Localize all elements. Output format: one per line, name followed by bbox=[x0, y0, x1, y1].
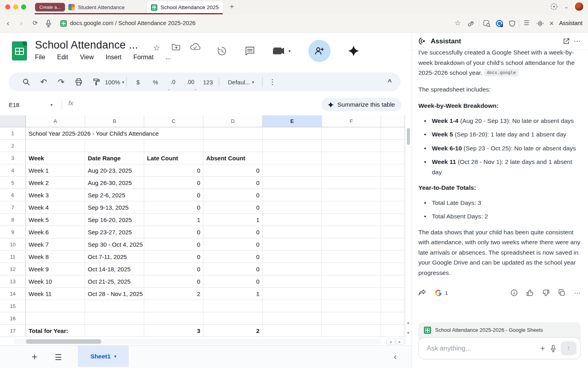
cell-B2[interactable] bbox=[85, 140, 144, 152]
cell[interactable] bbox=[381, 325, 404, 337]
screenshot-search-icon[interactable] bbox=[483, 20, 491, 27]
column-header-A[interactable]: A bbox=[26, 115, 85, 127]
increase-decimal-button[interactable]: .00→ bbox=[182, 76, 199, 88]
scrollbar-thumb[interactable] bbox=[26, 339, 101, 344]
cell-A9[interactable]: Week 6 bbox=[26, 226, 85, 238]
column-header-E[interactable]: E bbox=[263, 115, 322, 127]
cell[interactable] bbox=[381, 189, 404, 201]
bookmark-star-icon[interactable]: ☆ bbox=[455, 19, 461, 27]
cell[interactable] bbox=[322, 288, 381, 300]
row-header-17[interactable]: 17 bbox=[0, 325, 26, 337]
cell[interactable] bbox=[263, 325, 322, 337]
cell-A4[interactable]: Week 1 bbox=[26, 164, 85, 176]
cell[interactable] bbox=[263, 238, 322, 250]
cell-A8[interactable]: Week 5 bbox=[26, 214, 85, 226]
attach-icon[interactable]: + bbox=[536, 344, 550, 353]
cell[interactable] bbox=[263, 312, 322, 324]
cell-D6[interactable]: 0 bbox=[203, 189, 263, 201]
cell-A5[interactable]: Week 2 bbox=[26, 177, 85, 189]
row-header-2[interactable]: 2 bbox=[0, 140, 26, 152]
close-assistant-icon[interactable]: ✕ bbox=[549, 19, 554, 27]
scroll-up-button[interactable]: ▲ bbox=[405, 318, 411, 327]
sheet-tab-sheet1[interactable]: Sheet1▾ bbox=[78, 346, 129, 367]
row-header-4[interactable]: 4 bbox=[0, 164, 26, 176]
cell-B5[interactable]: Aug 26-30, 2025 bbox=[85, 177, 144, 189]
cell-B7[interactable]: Sep 9-13, 2025 bbox=[85, 201, 144, 213]
cell[interactable] bbox=[322, 177, 381, 189]
row-header-3[interactable]: 3 bbox=[0, 152, 26, 164]
cell-B9[interactable]: Sep 23-27, 2025 bbox=[85, 226, 144, 238]
new-tab-button[interactable]: + bbox=[230, 2, 234, 11]
all-sheets-icon[interactable]: ☰ bbox=[55, 352, 62, 362]
cell[interactable] bbox=[263, 288, 322, 300]
cell-D7[interactable]: 0 bbox=[203, 201, 263, 213]
cell-C8[interactable]: 1 bbox=[144, 214, 203, 226]
copy-link-icon[interactable] bbox=[467, 20, 474, 27]
row-header-7[interactable]: 7 bbox=[0, 201, 26, 213]
cell[interactable] bbox=[203, 127, 263, 139]
cell-C5[interactable]: 0 bbox=[144, 177, 203, 189]
add-sheet-button[interactable]: + bbox=[32, 351, 37, 362]
font-select[interactable]: Defaul...▾ bbox=[222, 76, 260, 88]
copy-icon[interactable] bbox=[558, 289, 565, 296]
cell-C9[interactable]: 0 bbox=[144, 226, 203, 238]
forward-button[interactable]: › bbox=[20, 19, 22, 27]
cell-C16[interactable] bbox=[144, 312, 203, 324]
info-icon[interactable] bbox=[511, 289, 518, 296]
print-icon[interactable] bbox=[70, 76, 87, 88]
menu-icon[interactable]: ☰ bbox=[524, 19, 529, 27]
column-header-C[interactable]: C bbox=[144, 115, 203, 127]
menu-file[interactable]: File bbox=[35, 54, 45, 61]
move-to-folder-icon[interactable] bbox=[172, 43, 180, 51]
cell[interactable] bbox=[322, 189, 381, 201]
cell-C11[interactable]: 0 bbox=[144, 251, 203, 263]
url-text[interactable]: docs.google.com / School Attendance 2025… bbox=[70, 20, 195, 26]
broadcast-icon[interactable] bbox=[550, 3, 558, 10]
name-box[interactable]: E18▾ bbox=[9, 99, 56, 111]
window-zoom-button[interactable] bbox=[21, 4, 26, 10]
google-source-icon[interactable] bbox=[435, 290, 442, 296]
scroll-left-button[interactable]: ◂ bbox=[386, 339, 395, 345]
share-button[interactable] bbox=[308, 40, 331, 62]
cell-B8[interactable]: Sep 16-20, 2025 bbox=[85, 214, 144, 226]
cell-B3[interactable]: Date Range bbox=[85, 152, 144, 164]
thumbs-down-icon[interactable] bbox=[542, 289, 549, 296]
cell[interactable] bbox=[381, 251, 404, 263]
menu-[interactable]: ... bbox=[165, 54, 170, 61]
row-header-16[interactable]: 16 bbox=[0, 312, 26, 324]
avatar[interactable] bbox=[575, 2, 583, 11]
row-header-1[interactable]: 1 bbox=[0, 127, 26, 139]
number-format-button[interactable]: 123 bbox=[199, 76, 217, 88]
cell-B14[interactable]: Oct 28 - Nov 1, 2025 bbox=[85, 288, 144, 300]
row-header-14[interactable]: 14 bbox=[0, 288, 26, 300]
thumbs-up-icon[interactable] bbox=[526, 289, 534, 296]
cell[interactable] bbox=[322, 226, 381, 238]
back-button[interactable]: ‹ bbox=[7, 19, 9, 27]
row-header-15[interactable]: 15 bbox=[0, 300, 26, 312]
cell-D15[interactable] bbox=[203, 300, 263, 312]
cell[interactable] bbox=[322, 152, 381, 164]
create-button[interactable]: Create a... bbox=[35, 3, 65, 12]
cell-C7[interactable]: 0 bbox=[144, 201, 203, 213]
cell-A6[interactable]: Week 3 bbox=[26, 189, 85, 201]
cell-D16[interactable] bbox=[203, 312, 263, 324]
cell-A13[interactable]: Week 10 bbox=[26, 275, 85, 287]
scroll-down-button[interactable]: ▼ bbox=[405, 329, 411, 337]
version-history-icon[interactable] bbox=[217, 46, 227, 56]
sheets-logo[interactable] bbox=[12, 41, 27, 60]
cell[interactable] bbox=[263, 201, 322, 213]
cell-C12[interactable]: 0 bbox=[144, 263, 203, 275]
cell-A2[interactable] bbox=[26, 140, 85, 152]
cell-D13[interactable]: 0 bbox=[203, 275, 263, 287]
send-button[interactable]: ↑ bbox=[561, 341, 576, 355]
menu-insert[interactable]: Insert bbox=[106, 54, 122, 61]
window-minimize-button[interactable] bbox=[13, 4, 18, 10]
decrease-decimal-button[interactable]: .0← bbox=[164, 76, 182, 88]
cell-C13[interactable]: 0 bbox=[144, 275, 203, 287]
cell-D4[interactable]: 0 bbox=[203, 164, 263, 176]
spreadsheet-grid[interactable]: ABCDEF1School Year 2025-2026 - Your Chil… bbox=[0, 115, 405, 339]
cell[interactable] bbox=[381, 226, 404, 238]
more-toolbar-icon[interactable]: ⋮ bbox=[265, 76, 279, 88]
chevron-down-icon[interactable]: ⌄ bbox=[564, 4, 569, 10]
cell[interactable] bbox=[263, 189, 322, 201]
